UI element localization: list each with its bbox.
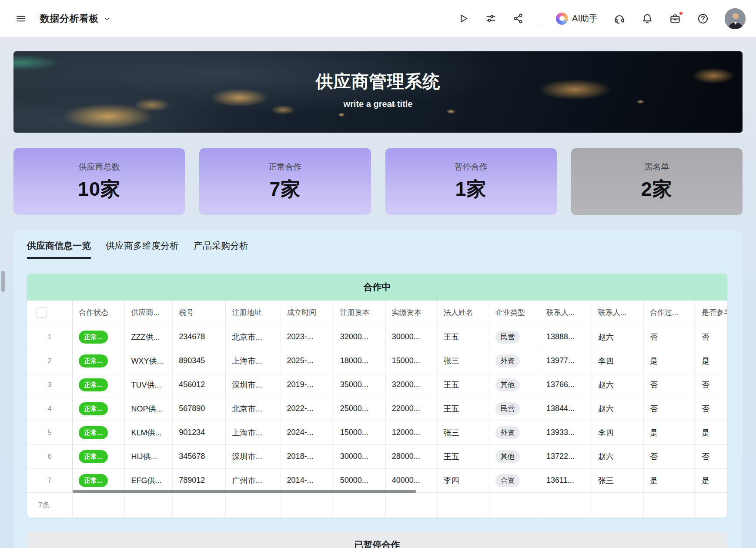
table-cell[interactable]: KLM供... [125, 421, 173, 444]
table-cell[interactable]: 深圳市... [226, 444, 281, 468]
table-cell[interactable]: 28000... [385, 444, 437, 468]
menu-icon[interactable] [15, 13, 27, 25]
hero-banner[interactable]: 供应商管理系统 write a great title [13, 51, 743, 133]
table-cell[interactable]: 是 [696, 349, 727, 373]
table-cell[interactable]: 是 [696, 421, 727, 444]
table-cell[interactable]: 北京市... [226, 397, 281, 421]
column-header[interactable]: 实缴资本 [385, 301, 437, 325]
table-cell[interactable]: 是 [644, 421, 696, 444]
table-cell[interactable]: 正常... [73, 397, 125, 421]
table-cell[interactable]: 13844... [540, 397, 592, 421]
table-cell[interactable]: 2022-... [281, 397, 334, 421]
stat-card-paused[interactable]: 暂停合作 1家 [385, 148, 557, 215]
column-header[interactable]: 企业类型 [489, 301, 540, 325]
tab-supplier-overview[interactable]: 供应商信息一览 [27, 240, 91, 259]
table-cell[interactable]: 13766... [540, 373, 592, 397]
table-cell[interactable]: 789012 [173, 468, 226, 492]
column-header[interactable]: 注册资本 [334, 301, 385, 325]
table-cell[interactable]: 901234 [173, 421, 226, 444]
table-cell[interactable]: 13722... [540, 444, 592, 468]
stat-card-total[interactable]: 供应商总数 10家 [13, 148, 185, 215]
table-cell[interactable]: 345678 [173, 444, 226, 468]
table-cell[interactable]: 2018-... [281, 444, 334, 468]
stat-card-blacklist[interactable]: 黑名单 2家 [571, 148, 743, 215]
table-cell[interactable]: 李四 [437, 468, 489, 492]
table-cell[interactable]: 上海市... [226, 421, 281, 444]
settings-sliders-button[interactable] [485, 13, 497, 24]
table-cell[interactable]: 13977... [540, 349, 592, 373]
table-cell[interactable]: 张三 [437, 349, 489, 373]
table-cell[interactable]: 否 [644, 444, 696, 468]
table-cell[interactable]: 赵六 [592, 444, 643, 468]
notifications-bell-button[interactable] [641, 13, 653, 25]
table-cell[interactable]: 民营 [489, 397, 540, 421]
table-cell[interactable]: TUV供... [125, 373, 173, 397]
table-cell[interactable]: 18000... [334, 349, 385, 373]
select-all-checkbox[interactable] [37, 307, 47, 318]
table-cell[interactable]: 正常... [73, 421, 125, 444]
table-cell[interactable]: 广州市... [226, 468, 281, 492]
table-cell[interactable]: 2024-... [281, 421, 334, 444]
table-cell[interactable]: 否 [644, 373, 696, 397]
table-cell[interactable]: 否 [696, 325, 727, 349]
table-cell[interactable]: 王五 [437, 444, 489, 468]
column-header[interactable]: 合作状态 [73, 301, 125, 325]
column-header[interactable]: 联系人... [592, 301, 643, 325]
table-cell[interactable]: 是 [644, 349, 696, 373]
avatar[interactable] [725, 8, 746, 29]
table-cell[interactable]: 正常... [73, 373, 125, 397]
table-cell[interactable]: 否 [696, 373, 727, 397]
table-cell[interactable]: 正常... [73, 349, 125, 373]
stat-card-normal[interactable]: 正常合作 7家 [199, 148, 371, 215]
chevron-down-icon[interactable] [103, 15, 111, 23]
table-cell[interactable]: 其他 [489, 373, 540, 397]
column-header[interactable]: 注册地址 [226, 301, 281, 325]
table-cell[interactable]: 32000... [385, 373, 437, 397]
table-cell[interactable]: WXY供... [125, 349, 173, 373]
table-cell[interactable]: 32000... [334, 325, 385, 349]
table-cell[interactable]: 456012 [173, 373, 226, 397]
table-cell[interactable]: 否 [644, 397, 696, 421]
table-cell[interactable]: NOP供... [125, 397, 173, 421]
support-headset-button[interactable] [613, 13, 626, 25]
table-cell[interactable]: 30000... [385, 325, 437, 349]
share-button[interactable] [512, 13, 524, 24]
tab-supplier-analysis[interactable]: 供应商多维度分析 [106, 240, 179, 259]
table-cell[interactable]: 22000... [385, 397, 437, 421]
table-cell[interactable]: 30000... [334, 444, 385, 468]
table-cell[interactable]: 40000... [385, 468, 437, 492]
table-cell[interactable]: 李四 [592, 421, 643, 444]
table-cell[interactable]: 赵六 [592, 325, 643, 349]
table-cell[interactable]: 合资 [489, 468, 540, 492]
table-cell[interactable]: 567890 [173, 397, 226, 421]
table-cell[interactable]: 深圳市... [226, 373, 281, 397]
table-cell[interactable]: 王五 [437, 397, 489, 421]
table-cell[interactable]: 正常... [73, 444, 125, 468]
table-cell[interactable]: 正常... [73, 468, 125, 492]
table-cell[interactable]: 35000... [334, 373, 385, 397]
table-cell[interactable]: 12000... [385, 421, 437, 444]
column-header[interactable]: 联系人... [540, 301, 592, 325]
table-cell[interactable]: 13611... [540, 468, 592, 492]
table-cell[interactable]: 2025-... [281, 349, 334, 373]
table-cell[interactable]: 13888... [540, 325, 592, 349]
table-cell[interactable]: 2014-... [281, 468, 334, 492]
table-cell[interactable]: 13933... [540, 421, 592, 444]
table-cell[interactable]: 张三 [437, 421, 489, 444]
horizontal-scrollbar[interactable] [73, 490, 416, 493]
table-cell[interactable]: 2023-... [281, 325, 334, 349]
column-header[interactable]: 供应商... [125, 301, 173, 325]
table-cell[interactable]: 否 [696, 397, 727, 421]
column-header[interactable]: 法人姓名 [437, 301, 489, 325]
table-cell[interactable]: 李四 [592, 349, 643, 373]
table-cell[interactable]: 否 [644, 325, 696, 349]
table-cell[interactable]: 234678 [173, 325, 226, 349]
table-cell[interactable]: HIJ供... [125, 444, 173, 468]
table-cell[interactable]: 是 [696, 468, 727, 492]
table-cell[interactable]: 25000... [334, 397, 385, 421]
table-cell[interactable]: 王五 [437, 325, 489, 349]
column-header[interactable]: 税号 [173, 301, 226, 325]
ai-assistant-button[interactable]: AI助手 [556, 13, 598, 25]
table-cell[interactable]: 2019-... [281, 373, 334, 397]
column-header[interactable]: 成立时间 [281, 301, 334, 325]
